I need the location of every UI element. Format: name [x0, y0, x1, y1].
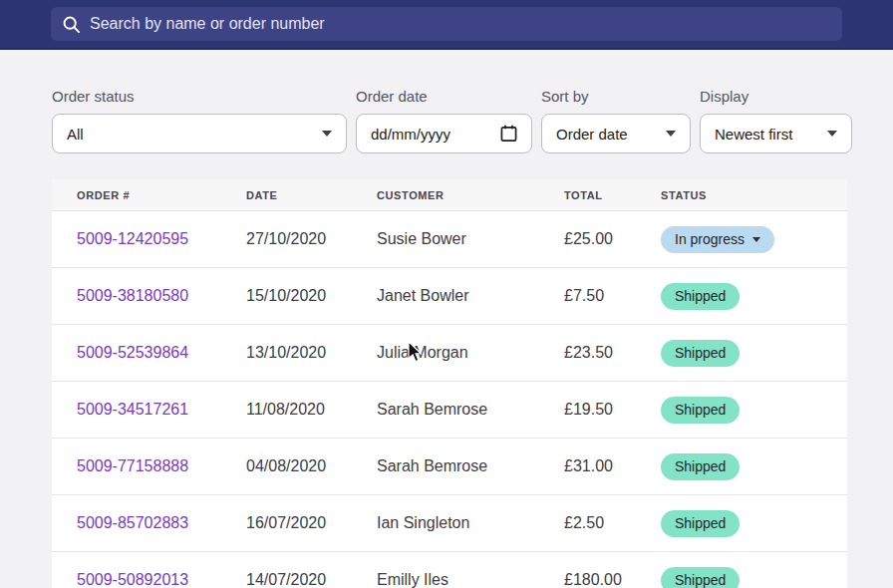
order-date: 04/08/2020: [246, 457, 377, 475]
status-label: Shipped: [675, 345, 726, 361]
column-header-date: DATE: [246, 189, 377, 201]
filter-order-status: Order status All: [52, 88, 347, 153]
status-badge: Shipped: [661, 453, 740, 480]
filter-label: Order date: [356, 88, 532, 105]
sort-by-select[interactable]: Order date: [541, 114, 691, 153]
chevron-down-icon: [322, 131, 332, 137]
filter-label: Display: [700, 88, 852, 105]
chevron-down-icon: [752, 237, 760, 242]
order-link[interactable]: 5009-12420595: [77, 230, 246, 248]
order-date: 16/07/2020: [246, 514, 377, 532]
sort-by-value: Order date: [556, 126, 628, 143]
customer-name: Sarah Bemrose: [377, 401, 564, 419]
filter-label: Sort by: [541, 88, 691, 105]
customer-name: Emilly Iles: [377, 571, 564, 588]
table-row: 5009-8570288316/07/2020Ian Singleton£2.5…: [52, 495, 847, 552]
status-select[interactable]: In progress: [661, 226, 774, 253]
status-badge: Shipped: [661, 510, 740, 537]
app-header: [0, 0, 893, 50]
order-total: £2.50: [564, 514, 661, 532]
order-link[interactable]: 5009-50892013: [77, 571, 246, 588]
order-total: £25.00: [564, 230, 661, 248]
filter-display: Display Newest first: [700, 88, 852, 153]
status-label: Shipped: [675, 458, 726, 474]
order-status-select[interactable]: All: [52, 114, 347, 153]
table-row: 5009-1242059527/10/2020Susie Bower£25.00…: [52, 211, 847, 268]
status-label: Shipped: [675, 288, 726, 304]
order-total: £7.50: [564, 287, 661, 305]
order-link[interactable]: 5009-77158888: [77, 457, 246, 475]
status-label: Shipped: [675, 572, 726, 588]
table-row: 5009-5253986413/10/2020Julia Morgan£23.5…: [52, 325, 847, 382]
status-badge: Shipped: [661, 340, 740, 367]
display-select[interactable]: Newest first: [700, 114, 852, 153]
status-label: Shipped: [675, 515, 726, 531]
order-link[interactable]: 5009-85702883: [77, 514, 246, 532]
table-row: 5009-3451726111/08/2020Sarah Bemrose£19.…: [52, 382, 847, 439]
order-total: £180.00: [564, 571, 661, 588]
customer-name: Julia Morgan: [377, 344, 564, 362]
customer-name: Janet Bowler: [377, 287, 564, 305]
table-body: 5009-1242059527/10/2020Susie Bower£25.00…: [52, 211, 847, 588]
order-link[interactable]: 5009-38180580: [77, 287, 246, 305]
order-date: 13/10/2020: [246, 344, 377, 362]
column-header-order: ORDER #: [77, 189, 246, 201]
order-status-value: All: [67, 126, 84, 143]
column-header-status: STATUS: [661, 189, 847, 201]
calendar-icon[interactable]: [500, 125, 517, 143]
table-row: 5009-3818058015/10/2020Janet Bowler£7.50…: [52, 268, 847, 325]
status-badge: Shipped: [661, 283, 740, 310]
search-box[interactable]: [51, 7, 842, 41]
order-date: 27/10/2020: [246, 230, 377, 248]
order-total: £19.50: [564, 401, 661, 419]
order-date-input[interactable]: dd/mm/yyyy: [356, 114, 532, 153]
filters-bar: Order status All Order date dd/mm/yyyy S…: [52, 88, 893, 153]
chevron-down-icon: [827, 131, 837, 137]
table-row: 5009-7715888804/08/2020Sarah Bemrose£31.…: [52, 439, 847, 495]
order-total: £31.00: [564, 457, 661, 475]
column-header-total: TOTAL: [564, 189, 661, 201]
filter-order-date: Order date dd/mm/yyyy: [356, 88, 532, 153]
status-badge: Shipped: [661, 397, 740, 424]
order-link[interactable]: 5009-34517261: [77, 401, 246, 419]
column-header-customer: CUSTOMER: [377, 189, 564, 201]
filter-label: Order status: [52, 88, 347, 105]
status-badge: Shipped: [661, 567, 740, 588]
status-label: Shipped: [675, 402, 726, 418]
order-date: 15/10/2020: [246, 287, 377, 305]
order-date-value: dd/mm/yyyy: [371, 126, 450, 143]
chevron-down-icon: [666, 131, 676, 137]
search-input[interactable]: [90, 15, 831, 33]
filter-sort-by: Sort by Order date: [541, 88, 691, 153]
status-label: In progress: [675, 231, 744, 247]
order-date: 14/07/2020: [246, 571, 377, 588]
table-row: 5009-5089201314/07/2020Emilly Iles£180.0…: [52, 552, 847, 588]
display-value: Newest first: [715, 126, 792, 143]
search-icon: [62, 15, 81, 34]
customer-name: Ian Singleton: [377, 514, 564, 532]
order-total: £23.50: [564, 344, 661, 362]
customer-name: Sarah Bemrose: [377, 457, 564, 475]
table-header-row: ORDER # DATE CUSTOMER TOTAL STATUS: [52, 179, 847, 211]
order-link[interactable]: 5009-52539864: [77, 344, 246, 362]
customer-name: Susie Bower: [377, 230, 564, 248]
orders-table: ORDER # DATE CUSTOMER TOTAL STATUS 5009-…: [52, 179, 847, 588]
order-date: 11/08/2020: [246, 401, 377, 419]
